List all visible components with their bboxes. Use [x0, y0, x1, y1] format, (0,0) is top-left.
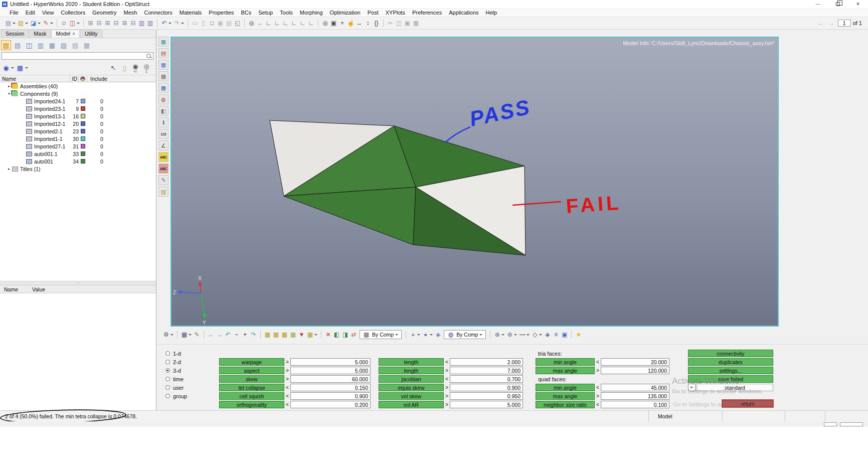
facet-solid-icon[interactable]: ◈ — [543, 330, 552, 339]
report-doc-1-icon[interactable]: ▥ — [137, 19, 146, 28]
expander-collapsed-icon[interactable]: ▸ — [6, 167, 12, 171]
check-equia-skew-button[interactable]: equia skew — [379, 384, 444, 391]
capture-window-3-icon[interactable]: ⊞ — [103, 19, 112, 28]
radio-2d[interactable]: 2-d — [165, 358, 187, 366]
numbers-icon[interactable]: 123 — [158, 129, 168, 139]
tree-row-component[interactable]: auto001.1 33 0 — [0, 150, 156, 158]
dropdown-caret-icon[interactable] — [168, 23, 171, 24]
menu-view[interactable]: View — [39, 10, 58, 16]
mesh-create-4-icon[interactable]: ▦ — [289, 330, 297, 339]
minimize-button[interactable]: — — [808, 0, 828, 8]
component-color-swatch[interactable] — [81, 121, 85, 126]
dropdown-caret-icon[interactable] — [13, 23, 16, 24]
undo-icon[interactable]: ↶ — [160, 19, 168, 28]
zoom-in-icon[interactable]: ◎ — [321, 19, 329, 28]
zoom-box-icon[interactable]: ▣ — [329, 19, 338, 28]
radio-3d[interactable]: 3-d — [165, 367, 187, 374]
globe-solid-icon[interactable]: ⊛ — [505, 330, 514, 339]
tab-session[interactable]: Session — [1, 30, 29, 38]
clipboard-1-icon[interactable]: ▭ — [191, 19, 199, 28]
zoom-out-icon[interactable]: − — [232, 330, 241, 339]
boolean-a-icon[interactable]: ◧ — [332, 330, 341, 339]
mesh-export-icon[interactable]: ▦ — [306, 330, 314, 339]
column-include[interactable]: Include — [87, 76, 156, 82]
menu-geometry[interactable]: Geometry — [89, 10, 120, 16]
entity-filter-sphere-icon[interactable]: ◉ — [1, 63, 11, 73]
page-forward-icon[interactable]: → — [827, 19, 836, 28]
delete-icon[interactable]: ✕ — [324, 330, 332, 339]
check-warpage-button[interactable]: warpage — [219, 358, 284, 366]
open-model-icon[interactable]: ▨ — [17, 19, 25, 28]
menu-post[interactable]: Post — [364, 10, 382, 16]
tree-row-component[interactable]: Imported1-1 30 0 — [0, 135, 156, 142]
comparator-label[interactable]: < — [595, 402, 600, 407]
view-back-icon[interactable]: ← — [207, 330, 215, 339]
report-doc-2-icon[interactable]: ▥ — [146, 19, 154, 28]
tree-row-component[interactable]: Imported12-1 20 0 — [0, 120, 156, 127]
menu-connectors[interactable]: Connectors — [140, 10, 176, 16]
capture-window-2-icon[interactable]: ⊟ — [95, 19, 103, 28]
mesh-card-1-icon[interactable]: ▦ — [158, 60, 168, 70]
standard-dropdown-button[interactable] — [688, 384, 696, 391]
quad-min-angle-value[interactable]: 45.000 — [601, 384, 669, 391]
search-input[interactable] — [2, 53, 146, 59]
entity-list-icon[interactable]: ≡ — [552, 330, 560, 339]
check-vol-ar-button[interactable]: vol AR — [379, 401, 444, 408]
check-tet-collapse-value[interactable]: 0.150 — [290, 384, 371, 391]
tria-max-angle-value[interactable]: 120.000 — [601, 367, 669, 374]
dropdown-caret-icon[interactable] — [181, 23, 184, 24]
redo-icon[interactable]: ↷ — [172, 19, 181, 28]
radio-group[interactable]: group — [165, 392, 187, 400]
note-card-icon[interactable]: ▤ — [158, 48, 168, 58]
session-view-icon[interactable]: ▤ — [1, 40, 11, 50]
view-axis-3-icon[interactable]: ∟ — [281, 19, 290, 28]
grid-gray-icon[interactable]: ▦ — [412, 19, 420, 28]
dropdown-caret-icon[interactable] — [430, 334, 433, 336]
capture-window-6-icon[interactable]: ⊟ — [129, 19, 137, 28]
ppt-export-icon[interactable]: ✎ — [42, 19, 50, 28]
paste-icon[interactable]: ▣ — [403, 19, 412, 28]
tria-min-angle-button[interactable]: min angle — [536, 358, 595, 366]
comparator-label[interactable]: > — [444, 393, 449, 399]
standard-mode-button[interactable]: standard — [697, 384, 773, 391]
zoom-in-icon[interactable]: + — [241, 330, 249, 339]
tree-row-component[interactable]: auto001 34 0 — [0, 158, 156, 165]
mesh-create-3-icon[interactable]: ▩ — [280, 330, 289, 339]
favorites-star-icon[interactable]: ★ — [574, 330, 583, 339]
mesh-create-2-icon[interactable]: ▦ — [272, 330, 280, 339]
clipboard-2-icon[interactable]: ▯ — [199, 19, 208, 28]
column-name[interactable]: Name — [0, 75, 70, 82]
dropdown-caret-icon[interactable] — [170, 334, 173, 336]
mesh-create-1-icon[interactable]: ▦ — [263, 330, 272, 339]
capture-window-1-icon[interactable]: ⊞ — [86, 19, 95, 28]
organize-icon[interactable]: ◫ — [68, 19, 77, 28]
component-color-swatch[interactable] — [81, 151, 85, 156]
display-options-icon[interactable]: ▦ — [180, 330, 189, 339]
panel-splitter[interactable]: ··· — [0, 281, 156, 285]
view-axis-1-icon[interactable]: ∟ — [264, 19, 273, 28]
check-vol-skew-button[interactable]: vol skew — [379, 392, 444, 400]
check-max-length-value[interactable]: 7.000 — [450, 367, 523, 374]
menu-properties[interactable]: Properties — [205, 10, 237, 16]
comparator-label[interactable]: < — [285, 393, 290, 399]
check-orthogonality-button[interactable]: orthogonality — [219, 401, 284, 408]
dropdown-caret-icon[interactable] — [314, 334, 317, 336]
dropdown-caret-icon[interactable] — [514, 334, 517, 336]
comparator-label[interactable]: < — [444, 359, 449, 365]
check-max-length-button[interactable]: length — [379, 367, 444, 374]
mesh-face[interactable] — [284, 187, 416, 245]
tree-row-assemblies[interactable]: ▸ Assemblies (40) — [0, 82, 156, 90]
info-icon[interactable]: ℹ — [158, 117, 168, 127]
component-color-swatch[interactable] — [81, 136, 85, 141]
comparator-label[interactable]: > — [595, 368, 600, 373]
new-session-icon[interactable]: ▤ — [4, 19, 13, 28]
tree-row-component[interactable]: Imported13-1 16 0 — [0, 112, 156, 120]
dropdown-caret-icon[interactable] — [417, 334, 420, 336]
center-crosshair-icon[interactable]: + — [338, 19, 346, 28]
check-equia-skew-value[interactable]: 0.900 — [450, 384, 523, 391]
user-profile-icon[interactable]: ☺ — [60, 19, 68, 28]
dropdown-caret-icon[interactable] — [77, 23, 80, 24]
view-axis-4-icon[interactable]: ∟ — [290, 19, 298, 28]
tab-model[interactable]: Model× — [51, 30, 79, 38]
previous-view-icon[interactable]: ← — [256, 19, 264, 28]
